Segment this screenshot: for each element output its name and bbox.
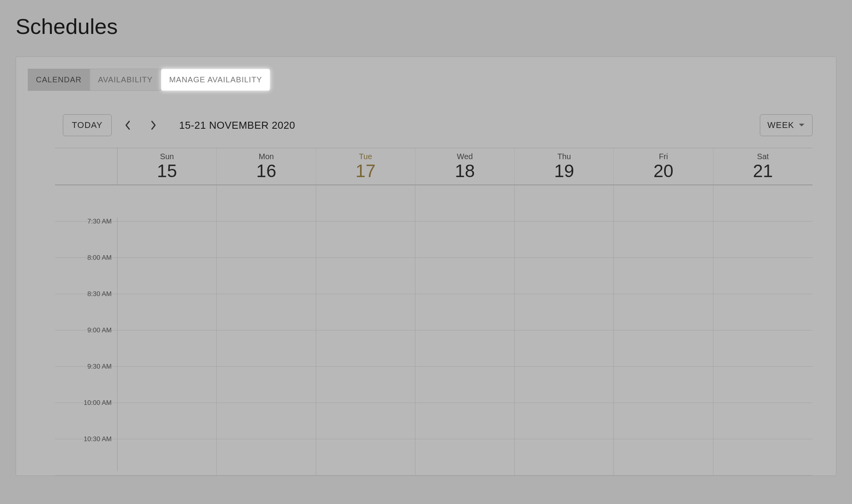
time-cell[interactable] (118, 185, 217, 221)
time-cell[interactable] (415, 439, 515, 475)
time-cell[interactable] (614, 294, 713, 330)
time-cell[interactable] (316, 330, 415, 366)
time-cell[interactable] (515, 294, 614, 330)
time-cell[interactable] (614, 222, 713, 257)
time-cell[interactable] (217, 367, 316, 403)
time-cell[interactable] (118, 258, 217, 294)
time-cell[interactable] (415, 367, 515, 403)
time-cell[interactable] (316, 294, 415, 330)
time-cell[interactable] (316, 222, 415, 257)
chevron-left-icon (125, 120, 132, 130)
time-cell[interactable] (217, 222, 316, 257)
time-cell[interactable] (515, 439, 614, 475)
time-cell[interactable] (118, 403, 217, 439)
day-head-sun[interactable]: Sun15 (118, 148, 217, 185)
day-abbr: Sun (118, 152, 216, 161)
calendar-header-gutter (55, 148, 118, 185)
time-cell[interactable] (614, 185, 713, 221)
time-cell[interactable] (515, 330, 614, 366)
time-cell[interactable] (415, 185, 515, 221)
time-cell[interactable] (118, 439, 217, 475)
time-cell[interactable] (713, 367, 813, 403)
tab-availability[interactable]: AVAILABILITY (90, 69, 161, 91)
time-cell[interactable] (415, 222, 515, 257)
day-head-tue[interactable]: Tue17 (316, 148, 415, 185)
tab-manage-availability[interactable]: MANAGE AVAILABILITY (161, 69, 270, 91)
time-cell[interactable] (316, 367, 415, 403)
time-cell[interactable] (316, 185, 415, 221)
time-cell[interactable] (316, 258, 415, 294)
day-head-sat[interactable]: Sat21 (713, 148, 813, 185)
day-head-fri[interactable]: Fri20 (614, 148, 713, 185)
schedule-card: CALENDAR AVAILABILITY MANAGE AVAILABILIT… (16, 57, 836, 476)
time-cell[interactable] (415, 330, 515, 366)
time-label: 9:30 AM (55, 363, 118, 399)
toolbar-left: TODAY 15-21 NOVEMBER 2020 (63, 114, 295, 136)
time-cell[interactable] (415, 294, 515, 330)
time-cell[interactable] (515, 185, 614, 221)
time-cell[interactable] (713, 403, 813, 439)
time-row: 8:30 AM (55, 294, 813, 330)
time-cell[interactable] (713, 258, 813, 294)
time-cell[interactable] (415, 258, 515, 294)
time-row: 7:30 AM (55, 222, 813, 258)
day-abbr: Mon (217, 152, 315, 161)
time-cell[interactable] (515, 222, 614, 257)
time-cell[interactable] (614, 367, 713, 403)
tab-calendar[interactable]: CALENDAR (28, 69, 90, 91)
time-cell[interactable] (316, 439, 415, 475)
time-cell[interactable] (217, 330, 316, 366)
time-cell[interactable] (217, 439, 316, 475)
time-cell[interactable] (614, 258, 713, 294)
day-num: 20 (614, 160, 713, 181)
next-button[interactable] (144, 117, 162, 134)
today-button[interactable]: TODAY (63, 114, 112, 136)
time-cell[interactable] (217, 258, 316, 294)
time-label: 9:00 AM (55, 327, 118, 362)
time-label: 8:00 AM (55, 254, 118, 290)
time-row: 10:00 AM (55, 403, 813, 439)
time-cell[interactable] (316, 403, 415, 439)
tabs-row: CALENDAR AVAILABILITY MANAGE AVAILABILIT… (16, 57, 836, 91)
day-num: 19 (515, 160, 613, 181)
time-cell[interactable] (118, 294, 217, 330)
time-label: 8:30 AM (55, 290, 118, 326)
day-num: 17 (316, 160, 415, 181)
chevron-right-icon (150, 120, 157, 130)
day-abbr: Fri (614, 152, 713, 161)
time-cell[interactable] (217, 185, 316, 221)
time-cell[interactable] (217, 403, 316, 439)
time-cell[interactable] (118, 330, 217, 366)
time-cell[interactable] (614, 330, 713, 366)
time-cell[interactable] (713, 294, 813, 330)
time-cell[interactable] (515, 367, 614, 403)
time-cell[interactable] (713, 222, 813, 257)
time-cell[interactable] (118, 367, 217, 403)
day-num: 16 (217, 160, 315, 181)
day-abbr: Wed (415, 152, 514, 161)
time-cell[interactable] (515, 403, 614, 439)
view-select[interactable]: WEEK (760, 114, 813, 136)
time-cell[interactable] (713, 330, 813, 366)
prev-button[interactable] (119, 117, 137, 134)
day-head-wed[interactable]: Wed18 (415, 148, 515, 185)
time-cell[interactable] (415, 403, 515, 439)
day-abbr: Thu (515, 152, 613, 161)
time-cell[interactable] (118, 222, 217, 257)
time-row: 10:30 AM (55, 439, 813, 476)
time-cell[interactable] (515, 258, 614, 294)
calendar-toolbar: TODAY 15-21 NOVEMBER 2020 WEEK (16, 91, 836, 148)
day-num: 21 (713, 160, 813, 181)
day-num: 18 (415, 160, 514, 181)
time-row: 9:00 AM (55, 330, 813, 367)
time-cell[interactable] (614, 439, 713, 475)
time-row (55, 185, 813, 222)
time-row: 8:00 AM (55, 258, 813, 294)
day-abbr: Tue (316, 152, 415, 161)
time-cell[interactable] (713, 439, 813, 475)
day-head-mon[interactable]: Mon16 (217, 148, 316, 185)
time-cell[interactable] (217, 294, 316, 330)
day-head-thu[interactable]: Thu19 (515, 148, 614, 185)
time-cell[interactable] (614, 403, 713, 439)
time-cell[interactable] (713, 185, 813, 221)
